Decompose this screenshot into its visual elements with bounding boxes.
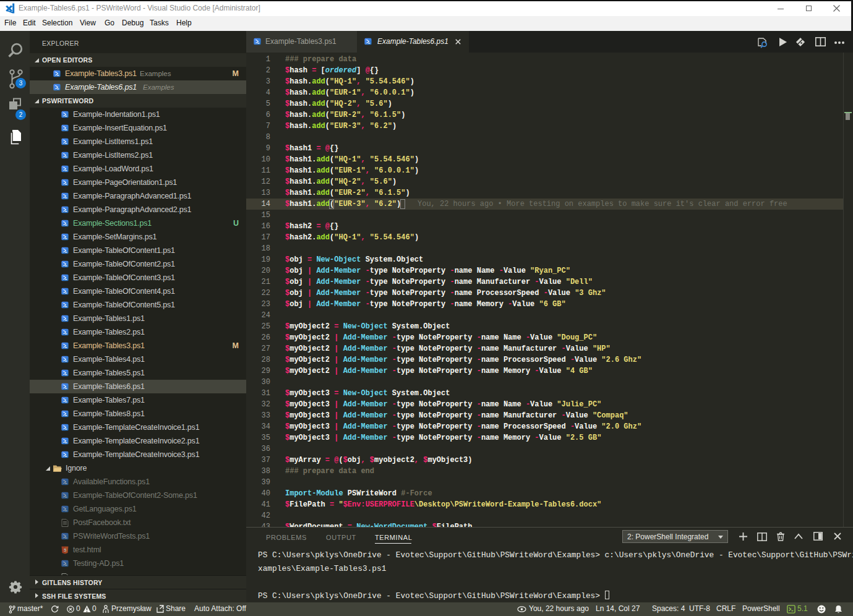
svg-text:5: 5: [64, 547, 66, 553]
